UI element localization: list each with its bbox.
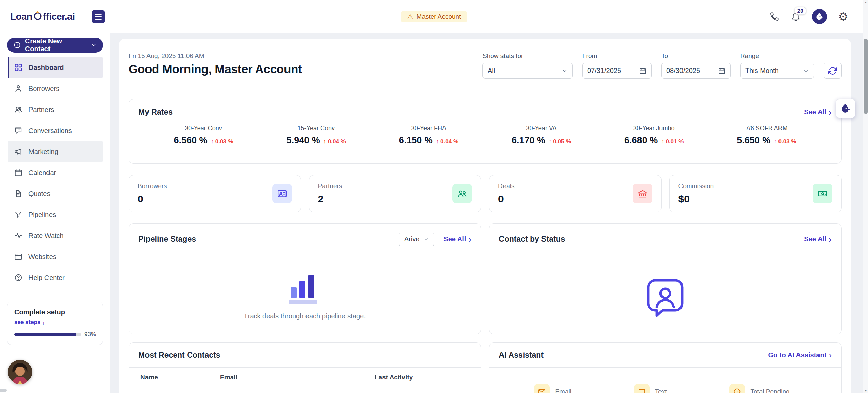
progress-percent: 93% bbox=[84, 331, 96, 338]
partners-icon bbox=[14, 105, 23, 114]
mid-row: Pipeline Stages Arive See All › bbox=[129, 223, 842, 334]
my-rates-card: My Rates See All › 30-Year Conv 6.560 %↑… bbox=[129, 99, 842, 164]
phone-button[interactable] bbox=[769, 12, 780, 22]
topbar: Loan fficer.ai ⚠ Master Account bbox=[0, 0, 868, 33]
clock-icon bbox=[729, 384, 745, 393]
scroll-up-arrow[interactable]: ▲ bbox=[863, 0, 868, 5]
sidebar-item-label: Rate Watch bbox=[28, 232, 64, 240]
go-to-ai-assistant-link[interactable]: Go to AI Assistant › bbox=[768, 351, 832, 359]
borrowers-card-icon bbox=[272, 184, 292, 203]
sidebar-item-label: Borrowers bbox=[28, 85, 59, 93]
ai-assistant-stats: Email Text bbox=[489, 384, 841, 393]
sidebar-item-dashboard[interactable]: Dashboard bbox=[8, 57, 103, 78]
show-stats-for-label: Show stats for bbox=[482, 52, 573, 60]
master-account-badge[interactable]: ⚠ Master Account bbox=[401, 11, 467, 22]
avatar-image bbox=[8, 360, 32, 384]
settings-button[interactable]: ⚙ bbox=[838, 11, 848, 22]
lender-filter-select[interactable]: Arive bbox=[399, 232, 434, 247]
pipeline-empty-text: Track deals through each pipeline stage. bbox=[244, 312, 366, 320]
marketing-icon bbox=[14, 147, 23, 156]
rate-item: 30-Year FHA 6.150 %↑ 0.04 % bbox=[399, 125, 458, 146]
contact-badge-illustration bbox=[644, 276, 687, 319]
user-avatar[interactable] bbox=[8, 360, 32, 384]
stat-card-borrowers: Borrowers 0 bbox=[129, 175, 301, 212]
websites-icon bbox=[14, 252, 23, 261]
stat-card-deals: Deals 0 bbox=[489, 175, 662, 212]
dashboard-panel: Fri 15 Aug, 2025 11:06 AM Good Morning, … bbox=[119, 39, 851, 393]
sidebar-item-label: Partners bbox=[28, 106, 54, 114]
from-date-input[interactable]: 07/31/2025 bbox=[582, 63, 652, 79]
chevron-right-icon: › bbox=[829, 236, 832, 243]
quotes-icon bbox=[14, 189, 23, 198]
sidebar-item-label: Help Center bbox=[28, 274, 65, 282]
pipeline-stages-title: Pipeline Stages bbox=[138, 235, 196, 244]
contact-by-status-title: Contact by Status bbox=[499, 235, 565, 244]
column-name: Name bbox=[140, 374, 220, 381]
chevron-down-icon bbox=[423, 237, 429, 242]
column-email: Email bbox=[220, 374, 375, 381]
gear-icon: ⚙ bbox=[838, 11, 848, 22]
chat-icon bbox=[634, 384, 650, 393]
ai-stat-email: Email bbox=[534, 384, 571, 393]
sidebar-item-calendar[interactable]: Calendar bbox=[8, 162, 103, 183]
pipeline-stages-card: Pipeline Stages Arive See All › bbox=[129, 223, 481, 334]
sidebar-item-help-center[interactable]: Help Center bbox=[8, 267, 103, 288]
vertical-scrollbar[interactable]: ▲ ▼ bbox=[863, 0, 868, 393]
logo[interactable]: Loan fficer.ai bbox=[10, 0, 75, 33]
sidebar: Create New Contact Dashboard Borrowers bbox=[0, 33, 110, 393]
contact-by-status-card: Contact by Status See All › bbox=[489, 223, 842, 334]
greeting-title: Good Morning, Master Account bbox=[129, 62, 302, 76]
contact-status-empty-state bbox=[489, 255, 841, 335]
contact-status-see-all-link[interactable]: See All › bbox=[804, 235, 832, 243]
phone-icon bbox=[769, 12, 780, 22]
chevron-down-icon bbox=[90, 42, 97, 48]
sidebar-item-borrowers[interactable]: Borrowers bbox=[8, 78, 103, 99]
refresh-icon bbox=[828, 66, 837, 75]
master-account-label: Master Account bbox=[416, 13, 461, 20]
sidebar-item-label: Conversations bbox=[28, 127, 72, 135]
sidebar-toggle-button[interactable] bbox=[92, 10, 105, 23]
rate-change-up: ↑ 0.03 % bbox=[211, 138, 233, 145]
sidebar-item-conversations[interactable]: Conversations bbox=[8, 120, 103, 141]
scrollbar-thumb[interactable] bbox=[864, 39, 868, 114]
notification-count-badge: 20 bbox=[794, 7, 806, 15]
to-label: To bbox=[661, 52, 731, 60]
from-label: From bbox=[582, 52, 652, 60]
rate-change-up: ↑ 0.01 % bbox=[661, 138, 684, 145]
bottom-row: Most Recent Contacts Name Email Last Act… bbox=[129, 342, 842, 393]
pipelines-icon bbox=[14, 210, 23, 219]
rate-item: 30-Year Jumbo 6.680 %↑ 0.01 % bbox=[624, 125, 684, 146]
sidebar-item-websites[interactable]: Websites bbox=[8, 246, 103, 267]
sidebar-item-pipelines[interactable]: Pipelines bbox=[8, 204, 103, 225]
pipeline-see-all-link[interactable]: See All › bbox=[443, 235, 471, 243]
rate-item: 30-Year Conv 6.560 %↑ 0.03 % bbox=[174, 125, 233, 146]
sidebar-item-label: Quotes bbox=[28, 190, 50, 198]
see-steps-link[interactable]: see steps › bbox=[14, 319, 96, 326]
stats-scope-select[interactable]: All bbox=[482, 63, 573, 79]
rates-see-all-link[interactable]: See All › bbox=[804, 108, 832, 116]
complete-setup-card: Complete setup see steps › 93% bbox=[7, 302, 103, 345]
chevron-right-icon: › bbox=[468, 236, 471, 243]
bar-chart-illustration bbox=[285, 270, 324, 305]
help-center-icon bbox=[14, 273, 23, 282]
range-select[interactable]: This Month bbox=[740, 63, 814, 79]
scroll-down-arrow[interactable]: ▼ bbox=[863, 388, 868, 393]
rate-change-up: ↑ 0.05 % bbox=[549, 138, 571, 145]
ai-stat-text: Text bbox=[634, 384, 667, 393]
horizontal-scrollbar-stub[interactable] bbox=[0, 389, 7, 392]
floating-assistant-tab[interactable] bbox=[836, 99, 855, 118]
calendar-icon bbox=[639, 67, 647, 75]
stat-card-commission: Commission $0 bbox=[669, 175, 842, 212]
assistant-button[interactable] bbox=[812, 9, 827, 24]
logo-text-right: fficer.ai bbox=[43, 11, 75, 22]
sidebar-item-marketing[interactable]: Marketing bbox=[8, 141, 103, 162]
chevron-down-icon bbox=[561, 68, 568, 74]
create-new-contact-button[interactable]: Create New Contact bbox=[7, 38, 103, 53]
sidebar-item-quotes[interactable]: Quotes bbox=[8, 183, 103, 204]
refresh-button[interactable] bbox=[824, 63, 842, 79]
to-date-input[interactable]: 08/30/2025 bbox=[661, 63, 731, 79]
sidebar-item-rate-watch[interactable]: Rate Watch bbox=[8, 225, 103, 246]
sidebar-item-partners[interactable]: Partners bbox=[8, 99, 103, 120]
notifications-button[interactable]: 20 bbox=[791, 12, 801, 22]
topbar-actions: 20 ⚙ bbox=[769, 0, 848, 33]
